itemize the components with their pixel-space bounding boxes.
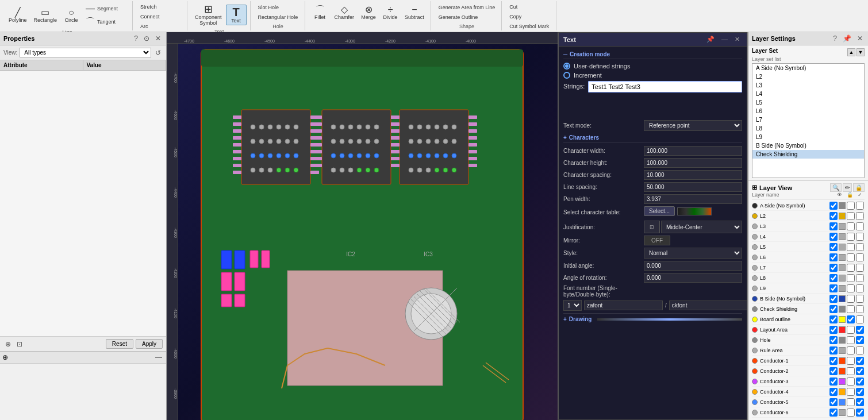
layer-set-item[interactable]: L5 [752,98,864,107]
fillet-button[interactable]: ⌒ Fillet [310,3,331,22]
apply-button[interactable]: Apply [136,339,163,349]
increment-radio[interactable] [563,72,570,79]
layer-visible-checkbox[interactable] [829,243,838,251]
char-width-input[interactable] [644,146,742,156]
text-dialog-minimize-icon[interactable]: — [719,35,730,44]
layer-visible-checkbox[interactable] [829,398,838,406]
char-height-input[interactable] [644,158,742,168]
select-char-table-button[interactable]: Select... [644,206,675,216]
layer-lock-checkbox[interactable] [847,357,855,365]
tangent-button[interactable]: ⌒ Tangent [83,16,129,28]
view-refresh-icon[interactable]: ↺ [153,48,163,57]
layer-extra-checkbox[interactable] [856,377,864,386]
layer-color-swatch[interactable] [839,357,846,364]
layer-set-scroll-down[interactable]: ▼ [857,48,865,56]
layer-lock-checkbox[interactable] [847,346,855,355]
properties-help-icon[interactable]: ? [132,34,140,43]
layer-set-item[interactable]: A Side (No Symbol) [752,64,864,72]
layer-color-swatch[interactable] [839,254,846,261]
footer-icon-2[interactable]: ⊡ [15,340,24,349]
rectangle-button[interactable]: ▭ Rectangle [31,6,60,25]
layer-color-swatch[interactable] [839,285,846,292]
layer-panel-help-icon[interactable]: ? [831,34,839,43]
text-dialog-close-icon[interactable]: ✕ [732,35,742,44]
circle-button[interactable]: ○ Circle [61,6,82,25]
layer-set-item[interactable]: Check Shielding [752,150,864,159]
chars-expand-icon[interactable]: + [563,134,567,141]
cut-button[interactable]: Cut [506,2,552,11]
layer-lock-checkbox[interactable] [847,377,855,386]
layer-extra-checkbox[interactable] [856,336,864,344]
layer-color-swatch[interactable] [839,223,846,230]
copy-button[interactable]: Copy [506,12,552,21]
view-select[interactable]: All types [20,48,151,57]
canvas-area[interactable]: -4700 -4600 -4500 -4400 -4300 -4200 -410… [167,32,558,420]
layer-visible-checkbox[interactable] [829,377,838,386]
chamfer-button[interactable]: ◇ Chamfer [332,3,358,22]
layer-lock-checkbox[interactable] [847,305,855,313]
layer-extra-checkbox[interactable] [856,243,864,251]
layer-visible-checkbox[interactable] [829,336,838,344]
layer-view-tool-3[interactable]: 🔒 [853,183,865,192]
layer-lock-checkbox[interactable] [847,233,855,241]
layer-extra-checkbox[interactable] [856,315,864,323]
layer-lock-checkbox[interactable] [847,284,855,292]
layer-extra-checkbox[interactable] [856,212,864,220]
layer-color-swatch[interactable] [839,202,846,209]
line-spacing-input[interactable] [644,182,742,192]
component-symbol-button[interactable]: ⊞ ComponentSymbol [192,2,225,28]
layer-panel-close-icon[interactable]: ✕ [855,34,865,43]
justification-icon[interactable]: ⊡ [644,221,660,233]
layer-lock-checkbox[interactable] [847,336,855,344]
footer-icon-1[interactable]: ⊕ [3,340,13,349]
layer-set-scroll-up[interactable]: ▲ [847,48,855,56]
bottom-expand-icon[interactable]: ⊕ [2,353,8,361]
layer-visible-checkbox[interactable] [829,284,838,292]
rectangular-hole-button[interactable]: Rectangular Hole [255,13,301,22]
layer-visible-checkbox[interactable] [829,202,838,210]
layer-color-swatch[interactable] [839,316,846,323]
font-number-select[interactable]: 1 [563,300,582,311]
font-single-input[interactable] [584,300,663,310]
creation-mode-expand[interactable]: ─ [563,51,567,57]
style-select[interactable]: Normal [644,248,742,259]
layer-visible-checkbox[interactable] [829,295,838,303]
layer-color-swatch[interactable] [839,275,846,282]
layer-visible-checkbox[interactable] [829,233,838,241]
text-button[interactable]: T Text [226,5,247,25]
stretch-button[interactable]: Stretch [137,2,183,11]
layer-color-swatch[interactable] [839,306,846,313]
layer-extra-checkbox[interactable] [856,398,864,406]
layer-extra-checkbox[interactable] [856,346,864,355]
layer-visible-checkbox[interactable] [829,357,838,365]
layer-color-swatch[interactable] [839,409,846,416]
layer-set-item[interactable]: L3 [752,81,864,90]
properties-close-icon[interactable]: ✕ [153,34,163,43]
layer-set-item[interactable]: L8 [752,124,864,133]
layer-extra-checkbox[interactable] [856,274,864,282]
pen-width-input[interactable] [644,194,742,204]
angle-rotation-input[interactable] [644,273,742,283]
layer-color-swatch[interactable] [839,213,846,219]
layer-set-item[interactable]: L7 [752,115,864,124]
layer-extra-checkbox[interactable] [856,367,864,375]
layer-lock-checkbox[interactable] [847,409,855,417]
subtract-button[interactable]: − Subtract [402,3,427,22]
layer-lock-checkbox[interactable] [847,243,855,251]
layer-color-swatch[interactable] [839,337,846,344]
layer-lock-checkbox[interactable] [847,222,855,230]
layer-extra-checkbox[interactable] [856,357,864,365]
layer-extra-checkbox[interactable] [856,295,864,303]
layer-color-swatch[interactable] [839,347,846,354]
layer-color-swatch[interactable] [839,368,846,375]
layer-visible-checkbox[interactable] [829,212,838,220]
divide-button[interactable]: ÷ Divide [380,3,401,22]
user-defined-radio[interactable] [563,63,570,70]
text-dialog-pin-icon[interactable]: 📌 [704,35,717,44]
layer-extra-checkbox[interactable] [856,233,864,241]
layer-set-item[interactable]: L2 [752,72,864,81]
layer-lock-checkbox[interactable] [847,264,855,272]
layer-lock-checkbox[interactable] [847,202,855,210]
layer-visible-checkbox[interactable] [829,315,838,323]
layer-lock-checkbox[interactable] [847,326,855,334]
